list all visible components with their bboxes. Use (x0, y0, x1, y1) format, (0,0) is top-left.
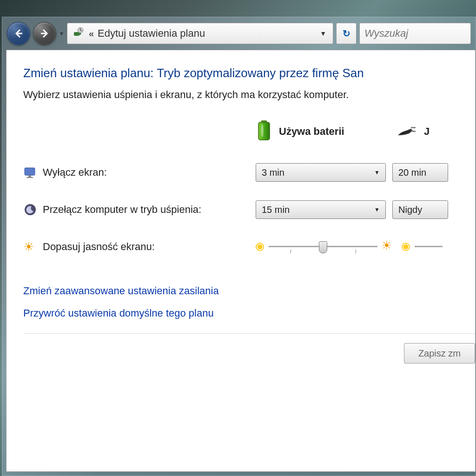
svg-point-5 (261, 124, 264, 137)
brightness-row: ☀ Dopasuj jasność ekranu: (23, 237, 475, 257)
svg-rect-8 (25, 168, 35, 175)
address-bar[interactable]: « Edytuj ustawienia planu ▼ (67, 23, 333, 44)
slider-track[interactable] (415, 240, 443, 253)
display-off-plugged-value: 20 min (398, 167, 426, 178)
sun-max-icon (382, 240, 395, 253)
plugged-column-label: J (424, 126, 430, 138)
sleep-plugged-dropdown[interactable]: Nigdy (392, 200, 448, 219)
back-button[interactable] (7, 22, 30, 45)
slider-track[interactable] (269, 240, 377, 253)
links-block: Zmień zaawansowane ustawienia zasilania … (23, 285, 475, 319)
advanced-settings-link[interactable]: Zmień zaawansowane ustawienia zasilania (23, 285, 475, 297)
svg-rect-6 (411, 127, 416, 128)
navigation-bar: ▼ « Edytuj ustawienia planu ▼ ↻ (6, 21, 472, 48)
button-row: Zapisz zm (23, 343, 475, 364)
sleep-label: Przełącz komputer w tryb uśpienia: (43, 204, 201, 216)
forward-button[interactable] (33, 22, 56, 45)
search-input[interactable] (359, 23, 471, 44)
brightness-plugged-slider[interactable] (402, 240, 443, 253)
breadcrumb-prefix: « (89, 28, 94, 39)
divider (23, 333, 475, 334)
display-off-battery-dropdown[interactable]: 3 min ▼ (256, 163, 386, 182)
page-subtitle: Wybierz ustawienia uśpienia i ekranu, z … (23, 89, 475, 101)
display-off-label: Wyłącz ekran: (43, 166, 107, 178)
brightness-icon: ☀ (23, 240, 37, 254)
svg-rect-10 (26, 177, 33, 178)
sleep-plugged-value: Nigdy (398, 205, 422, 215)
columns-header: Używa baterii J (23, 119, 475, 144)
arrow-right-icon (39, 28, 50, 39)
refresh-icon: ↻ (343, 28, 350, 39)
save-button-label: Zapisz zm (418, 348, 461, 359)
chevron-down-icon: ▼ (374, 169, 380, 176)
sun-min-icon (402, 243, 410, 251)
page-title: Zmień ustawienia planu: Tryb zoptymalizo… (23, 66, 475, 80)
display-off-row: Wyłącz ekran: 3 min ▼ 20 min (23, 162, 475, 183)
brightness-label: Dopasuj jasność ekranu: (43, 241, 155, 253)
breadcrumb[interactable]: Edytuj ustawienia planu (98, 27, 313, 40)
sleep-row: Przełącz komputer w tryb uśpienia: 15 mi… (23, 199, 475, 220)
content-pane: Zmień ustawienia planu: Tryb zoptymalizo… (6, 50, 476, 472)
svg-rect-4 (258, 122, 270, 140)
sleep-battery-value: 15 min (262, 205, 290, 215)
power-plan-icon (71, 26, 85, 40)
display-off-plugged-dropdown[interactable]: 20 min (392, 163, 448, 182)
arrow-left-icon (13, 28, 24, 39)
restore-defaults-link[interactable]: Przywróć ustawienia domyślne tego planu (23, 307, 475, 319)
display-off-battery-value: 3 min (262, 167, 284, 178)
slider-thumb[interactable] (319, 241, 327, 253)
plug-icon (395, 122, 417, 141)
breadcrumb-dropdown-icon[interactable]: ▼ (317, 30, 329, 37)
svg-rect-1 (79, 33, 81, 35)
control-panel-window: ▼ « Edytuj ustawienia planu ▼ ↻ Zmień us… (2, 17, 476, 476)
brightness-battery-slider[interactable] (256, 240, 395, 253)
save-button[interactable]: Zapisz zm (404, 343, 475, 364)
svg-rect-7 (411, 131, 416, 132)
battery-column-label: Używa baterii (279, 126, 344, 138)
svg-rect-9 (28, 175, 31, 177)
sleep-battery-dropdown[interactable]: 15 min ▼ (256, 200, 386, 219)
battery-icon (256, 119, 272, 144)
nav-history-dropdown[interactable]: ▼ (59, 31, 64, 36)
monitor-icon (23, 165, 37, 179)
sun-min-icon (256, 243, 264, 251)
refresh-button[interactable]: ↻ (336, 23, 357, 44)
sleep-icon (23, 203, 37, 217)
chevron-down-icon: ▼ (374, 206, 380, 213)
